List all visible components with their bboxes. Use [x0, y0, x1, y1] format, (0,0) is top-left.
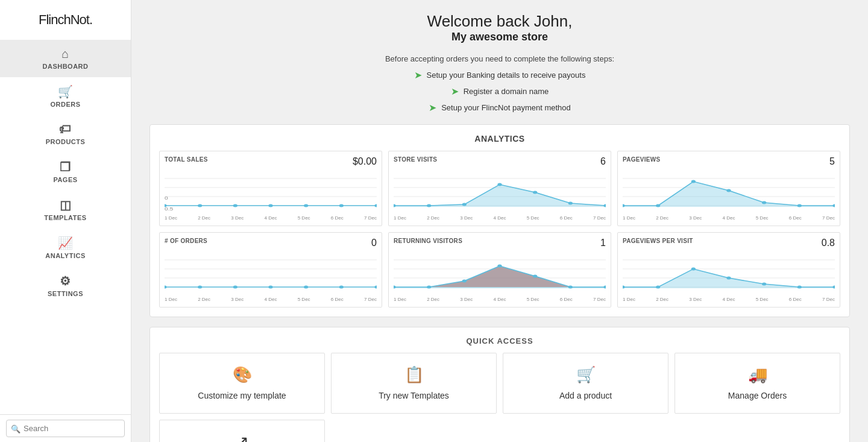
svg-point-68	[691, 268, 696, 271]
chart-svg-returning-visitors	[394, 251, 606, 293]
svg-point-41	[165, 286, 167, 289]
welcome-header: Welcome back John, My awesome store	[149, 12, 850, 43]
steps-intro: Before accepting orders you need to comp…	[149, 54, 850, 63]
settings-icon: ⚙	[60, 274, 71, 288]
chart-svg-num-orders	[165, 251, 377, 293]
templates-quick-icon: 📋	[404, 365, 424, 384]
chart-label-returning-visitors: RETURNING VISITORS	[394, 238, 462, 244]
main-content: Welcome back John, My awesome store Befo…	[131, 0, 868, 442]
quick-access-manage-orders[interactable]: 🚚 Manage Orders	[675, 353, 840, 414]
chart-x-labels-pageviews: 1 Dec2 Dec3 Dec4 Dec5 Dec6 Dec7 Dec	[623, 215, 835, 221]
logo-text: FlinchNot.	[39, 12, 92, 27]
chart-store-visits: STORE VISITS 6	[388, 151, 611, 226]
setup-steps: Before accepting orders you need to comp…	[149, 54, 850, 113]
sidebar-label-settings: SETTINGS	[48, 290, 83, 297]
chart-svg-pageviews	[623, 169, 835, 212]
svg-point-21	[497, 183, 502, 186]
chart-svg-store-visits	[394, 169, 606, 212]
quick-access-add-product[interactable]: 🛒 Add a product	[503, 353, 668, 414]
svg-point-43	[233, 286, 237, 289]
quick-label-manage-orders: Manage Orders	[728, 390, 787, 401]
svg-point-44	[268, 286, 272, 289]
search-icon: 🔍	[11, 424, 20, 433]
chart-pageviews: PAGEVIEWS 5	[617, 151, 840, 226]
sidebar-item-dashboard[interactable]: ⌂ DASHBOARD	[0, 40, 131, 77]
svg-marker-29	[623, 182, 835, 207]
quick-access-customize-template[interactable]: 🎨 Customize my template	[159, 353, 325, 414]
svg-point-5	[198, 204, 202, 207]
sidebar-item-pages[interactable]: ❒ PAGES	[0, 153, 131, 191]
svg-point-45	[304, 286, 308, 289]
chart-svg-total-sales: 0.5 0	[165, 169, 377, 212]
svg-point-9	[339, 204, 344, 207]
sidebar-item-templates[interactable]: ◫ TEMPLATES	[0, 191, 131, 229]
svg-point-35	[797, 204, 802, 207]
arrow-icon-3: ➤	[429, 102, 436, 113]
svg-point-70	[762, 283, 766, 286]
chart-x-labels-total-sales: 1 Dec2 Dec3 Dec4 Dec5 Dec6 Dec7 Dec	[165, 215, 377, 221]
sidebar-item-orders[interactable]: 🛒 ORDERS	[0, 77, 131, 115]
truck-icon: 🚚	[748, 365, 767, 384]
chart-pageviews-per-visit: PAGEVIEWS PER VISIT 0.8	[617, 232, 840, 308]
chart-label-store-visits: STORE VISITS	[394, 156, 437, 163]
step-1: ➤ Setup your Banking details to receive …	[149, 69, 850, 81]
svg-point-67	[656, 286, 660, 289]
sidebar: FlinchNot. ⌂ DASHBOARD 🛒 ORDERS 🏷 PRODUC…	[0, 0, 131, 442]
logo: FlinchNot.	[39, 6, 92, 40]
svg-point-47	[374, 286, 377, 289]
quick-access-view-store[interactable]: ↗ View Store	[159, 420, 325, 442]
svg-point-58	[533, 275, 537, 278]
chart-x-labels-returning-visitors: 1 Dec2 Dec3 Dec4 Dec5 Dec6 Dec7 Dec	[394, 297, 606, 302]
sidebar-item-settings[interactable]: ⚙ SETTINGS	[0, 267, 131, 305]
chart-value-pageviews: 5	[829, 156, 835, 167]
sidebar-item-products[interactable]: 🏷 PRODUCTS	[0, 115, 131, 153]
external-link-icon: ↗	[236, 432, 249, 442]
step-1-text: Setup your Banking details to receive pa…	[427, 71, 586, 80]
svg-point-31	[656, 204, 660, 207]
quick-label-customize-template: Customize my template	[198, 390, 286, 401]
svg-point-23	[568, 202, 573, 205]
sidebar-item-analytics[interactable]: 📈 ANALYTICS	[0, 229, 131, 267]
arrow-icon-2: ➤	[451, 86, 459, 97]
sidebar-label-pages: PAGES	[53, 176, 77, 183]
sidebar-label-dashboard: DASHBOARD	[43, 63, 89, 70]
svg-point-69	[726, 277, 731, 280]
chart-num-orders: # OF ORDERS 0	[159, 232, 382, 308]
sidebar-label-orders: ORDERS	[50, 101, 80, 108]
sidebar-nav: ⌂ DASHBOARD 🛒 ORDERS 🏷 PRODUCTS ❒ PAGES …	[0, 40, 131, 414]
chart-value-pageviews-per-visit: 0.8	[822, 238, 835, 248]
svg-point-6	[233, 204, 237, 207]
chart-value-returning-visitors: 1	[600, 238, 606, 248]
search-input[interactable]	[6, 420, 125, 437]
home-icon: ⌂	[61, 47, 69, 61]
svg-point-46	[339, 286, 344, 289]
tag-icon: 🏷	[59, 122, 72, 136]
chart-value-store-visits: 6	[600, 156, 606, 167]
charts-grid: TOTAL SALES $0.00 0.5	[159, 151, 840, 308]
chart-x-labels-pageviews-per-visit: 1 Dec2 Dec3 Dec4 Dec5 Dec6 Dec7 Dec	[623, 297, 835, 302]
sidebar-label-analytics: ANALYTICS	[45, 252, 85, 259]
svg-point-32	[691, 180, 696, 183]
svg-point-56	[462, 280, 467, 283]
arrow-icon-1: ➤	[414, 69, 422, 81]
chart-value-num-orders: 0	[371, 238, 377, 248]
logo-text2: Not.	[71, 12, 92, 27]
chart-label-total-sales: TOTAL SALES	[165, 156, 208, 163]
svg-marker-53	[394, 266, 606, 288]
analytics-icon: 📈	[58, 236, 74, 250]
chart-x-labels-num-orders: 1 Dec2 Dec3 Dec4 Dec5 Dec6 Dec7 Dec	[165, 297, 377, 302]
chart-returning-visitors: RETURNING VISITORS 1	[388, 232, 611, 308]
svg-point-34	[762, 201, 766, 204]
svg-point-55	[427, 286, 431, 289]
cart-icon: 🛒	[58, 84, 74, 99]
quick-access-try-new-templates[interactable]: 📋 Try new Templates	[331, 353, 497, 414]
chart-label-num-orders: # OF ORDERS	[165, 238, 207, 244]
svg-point-71	[797, 286, 802, 289]
sidebar-search-container: 🔍	[0, 414, 131, 442]
step-3: ➤ Setup your FlincNot payment method	[149, 102, 850, 113]
pages-icon: ❒	[60, 160, 71, 174]
templates-icon: ◫	[60, 198, 72, 212]
sidebar-label-products: PRODUCTS	[46, 138, 86, 145]
quick-access-grid: 🎨 Customize my template 📋 Try new Templa…	[159, 353, 840, 442]
search-wrapper: 🔍	[6, 420, 125, 437]
